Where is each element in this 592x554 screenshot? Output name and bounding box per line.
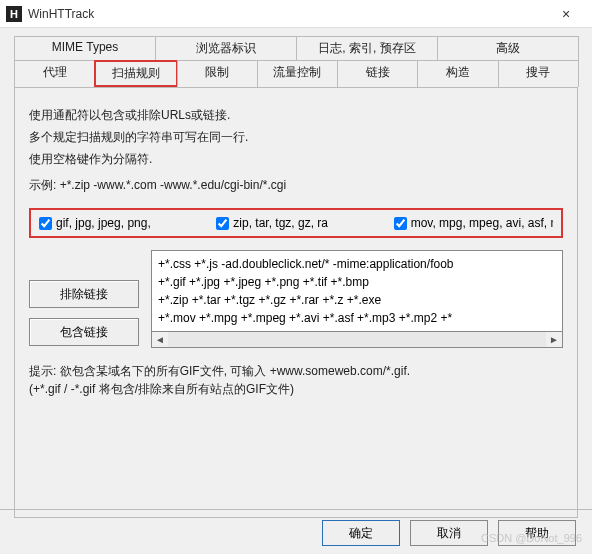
checkbox-label: mov, mpg, mpeg, avi, asf, mp [411,216,553,230]
checkbox-media[interactable] [394,217,407,230]
ok-button[interactable]: 确定 [322,520,400,546]
filetype-checkbox-row: gif, jpg, jpeg, png, zip, tar, tgz, gz, … [29,208,563,238]
hint-value: +www.someweb.com/*.gif. [270,364,410,378]
exclude-link-button[interactable]: 排除链接 [29,280,139,308]
tab-search[interactable]: 搜寻 [498,60,579,87]
example-text: +*.zip -www.*.com -www.*.edu/cgi-bin/*.c… [60,178,286,192]
hint-line2: (+*.gif / -*.gif 将包含/排除来自所有站点的GIF文件) [29,380,563,398]
dialog-footer: 确定 取消 帮助 [0,509,592,546]
tab-links[interactable]: 链接 [337,60,418,87]
example-line: 示例: +*.zip -www.*.com -www.*.edu/cgi-bin… [29,176,563,194]
app-icon: H [6,6,22,22]
cancel-button[interactable]: 取消 [410,520,488,546]
rules-textarea[interactable]: +*.css +*.js -ad.doubleclick.net/* -mime… [151,250,563,332]
tab-build[interactable]: 构造 [417,60,498,87]
tab-row-bottom: 代理 扫描规则 限制 流量控制 链接 构造 搜寻 [14,60,578,88]
checkbox-label: gif, jpg, jpeg, png, [56,216,151,230]
help-button[interactable]: 帮助 [498,520,576,546]
titlebar: H WinHTTrack × [0,0,592,28]
instruction-line: 多个规定扫描规则的字符串可写在同一行. [29,128,563,146]
scroll-right-icon[interactable]: ► [546,334,562,345]
tab-scan-rules[interactable]: 扫描规则 [94,60,177,87]
tab-row-top: MIME Types 浏览器标识 日志, 索引, 预存区 高级 [14,36,578,60]
tab-panel: 使用通配符以包含或排除URLs或链接. 多个规定扫描规则的字符串可写在同一行. … [14,88,578,518]
instruction-line: 使用空格键作为分隔符. [29,150,563,168]
scroll-left-icon[interactable]: ◄ [152,334,168,345]
tab-advanced[interactable]: 高级 [437,36,579,60]
checkbox-item-images[interactable]: gif, jpg, jpeg, png, [39,216,198,230]
instructions: 使用通配符以包含或排除URLs或链接. 多个规定扫描规则的字符串可写在同一行. … [29,106,563,194]
checkbox-archives[interactable] [216,217,229,230]
scroll-track[interactable] [168,332,546,347]
tab-limits[interactable]: 限制 [177,60,258,87]
tab-mime-types[interactable]: MIME Types [14,36,156,60]
tab-browser-id[interactable]: 浏览器标识 [155,36,297,60]
include-link-button[interactable]: 包含链接 [29,318,139,346]
tab-flow-control[interactable]: 流量控制 [257,60,338,87]
example-label: 示例: [29,178,60,192]
checkbox-item-archives[interactable]: zip, tar, tgz, gz, ra [216,216,375,230]
horizontal-scrollbar[interactable]: ◄ ► [151,332,563,348]
checkbox-images[interactable] [39,217,52,230]
window-title: WinHTTrack [28,7,546,21]
tab-log-index-cache[interactable]: 日志, 索引, 预存区 [296,36,438,60]
tab-proxy[interactable]: 代理 [14,60,95,87]
hint-text: 提示: 欲包含某域名下的所有GIF文件, 可输入 +www.someweb.co… [29,362,563,398]
hint-prefix: 提示: 欲包含某域名下的所有GIF文件, 可输入 [29,364,270,378]
instruction-line: 使用通配符以包含或排除URLs或链接. [29,106,563,124]
checkbox-label: zip, tar, tgz, gz, ra [233,216,328,230]
close-button[interactable]: × [546,6,586,22]
checkbox-item-media[interactable]: mov, mpg, mpeg, avi, asf, mp [394,216,553,230]
